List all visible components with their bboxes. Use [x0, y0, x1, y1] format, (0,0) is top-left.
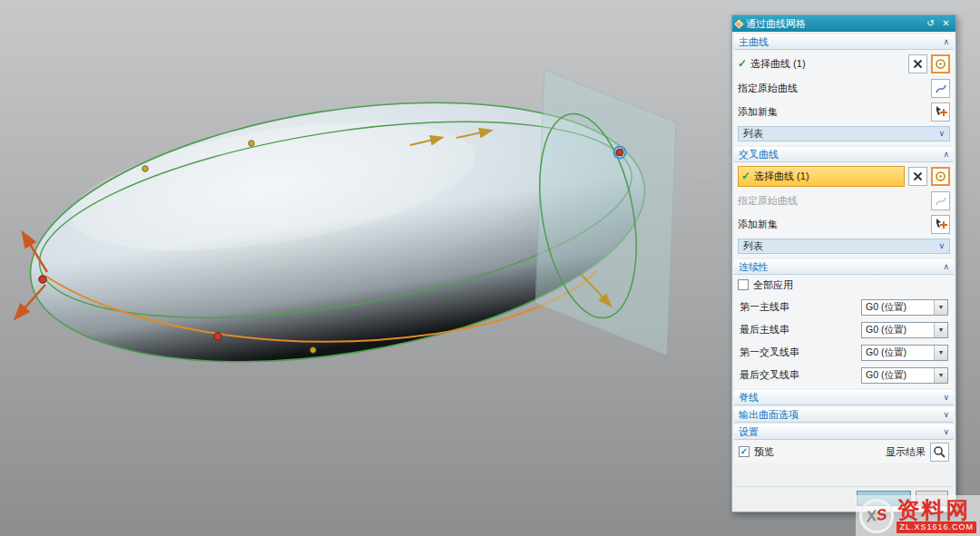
row-primary-select-curve: ✓ 选择曲线 (1) [738, 51, 950, 76]
cross-list-dropdown[interactable]: 列表 ∨ [738, 239, 950, 254]
reset-icon[interactable]: ↺ [925, 15, 936, 32]
origin-curve-button[interactable] [931, 79, 950, 98]
row-apply-all: 全部应用 [734, 275, 954, 295]
row-last-primary-string: 最后主线串 G0 (位置) ▼ [738, 318, 950, 341]
group-header-cross-curves[interactable]: 交叉曲线 ∧ [734, 147, 954, 162]
cross-select-curve-highlight[interactable]: ✓ 选择曲线 (1) [738, 166, 905, 187]
primary-origin-curve-label: 指定原始曲线 [738, 82, 927, 95]
magnifier-icon [933, 445, 946, 459]
row-cross-add-new-set: 添加新集 [738, 212, 950, 236]
dialog-titlebar[interactable]: 通过曲线网格 ↺ ✕ [732, 15, 956, 32]
watermark: XS 资料网 ZL.XS1616.COM [856, 495, 980, 536]
chevron-down-icon: ∨ [943, 411, 949, 419]
curve-endpoint[interactable] [214, 333, 221, 340]
origin-curve-button-disabled[interactable] [931, 191, 950, 210]
group-header-primary-curves[interactable]: 主曲线 ∧ [734, 34, 954, 50]
curve-point[interactable] [310, 347, 316, 353]
curve-select-button[interactable] [931, 54, 950, 73]
row-cross-origin-curve: 指定原始曲线 [738, 189, 950, 212]
selected-point[interactable] [616, 149, 623, 156]
primary-list-label: 列表 [743, 127, 938, 141]
apply-all-checkbox[interactable] [738, 279, 749, 290]
watermark-logo: XS [858, 496, 897, 535]
chevron-up-icon: ∧ [943, 38, 949, 46]
row-last-cross-string: 最后交叉线串 G0 (位置) ▼ [738, 364, 950, 386]
dropdown-arrow-icon: ▼ [934, 300, 947, 315]
chevron-up-icon: ∧ [943, 263, 949, 271]
spline-curve-icon [935, 83, 947, 94]
circle-curve-icon [935, 58, 946, 70]
deselect-x-icon [912, 58, 924, 70]
primary-select-curve-label: 选择曲线 (1) [750, 57, 905, 71]
row-first-cross-string: 第一交叉线串 G0 (位置) ▼ [738, 341, 950, 364]
watermark-site-name: 资料网 [897, 498, 976, 521]
dialog-title: 通过曲线网格 [746, 17, 921, 31]
preview-checkbox[interactable]: ✓ [739, 446, 750, 457]
dropdown-arrow-icon: ▼ [934, 368, 947, 383]
show-result-label: 显示结果 [886, 445, 926, 459]
curve-point[interactable] [249, 141, 254, 146]
chevron-down-icon: ∨ [938, 130, 945, 138]
application-window: 通过曲线网格 ↺ ✕ 主曲线 ∧ ✓ 选择曲线 (1) [0, 0, 980, 536]
last-cross-string-select[interactable]: G0 (位置) ▼ [861, 367, 948, 384]
plus-cursor-icon [935, 218, 947, 230]
group-body-primary-curves: ✓ 选择曲线 (1) [734, 50, 954, 145]
primary-list-dropdown[interactable]: 列表 ∨ [738, 126, 950, 141]
dropdown-arrow-icon: ▼ [934, 346, 947, 360]
dialog-icon [735, 19, 744, 28]
add-new-set-button[interactable] [931, 215, 950, 234]
deselect-button[interactable] [908, 54, 927, 73]
cross-select-curve-label: 选择曲线 (1) [754, 170, 901, 183]
cross-add-new-set-label: 添加新集 [738, 218, 927, 231]
group-body-cross-curves: ✓ 选择曲线 (1) [734, 162, 954, 258]
curve-point[interactable] [142, 166, 148, 171]
chevron-down-icon: ∨ [938, 242, 945, 250]
plus-cursor-icon [935, 105, 947, 118]
dropdown-arrow-icon: ▼ [934, 323, 947, 337]
spline-curve-icon [935, 195, 947, 207]
group-header-continuity[interactable]: 连续性 ∧ [734, 259, 954, 275]
check-icon: ✓ [738, 57, 747, 70]
dialog-body: 主曲线 ∧ ✓ 选择曲线 (1) [732, 32, 956, 512]
apply-all-label: 全部应用 [753, 278, 793, 292]
group-header-settings[interactable]: 设置 ∨ [734, 424, 954, 440]
first-primary-string-select[interactable]: G0 (位置) ▼ [861, 299, 948, 316]
row-cross-select-curve: ✓ 选择曲线 (1) [738, 163, 950, 189]
curve-select-button[interactable] [931, 167, 950, 186]
group-body-continuity: 第一主线串 G0 (位置) ▼ 最后主线串 G0 (位置) ▼ 第一交叉线串 [734, 295, 954, 388]
check-icon: ✓ [741, 170, 750, 182]
deselect-x-icon [912, 171, 924, 182]
primary-add-new-set-label: 添加新集 [738, 105, 927, 119]
show-result-button[interactable] [930, 443, 949, 462]
last-primary-string-select[interactable]: G0 (位置) ▼ [861, 322, 948, 338]
chevron-down-icon: ∨ [943, 394, 949, 402]
row-primary-add-new-set: 添加新集 [738, 100, 950, 123]
circle-curve-icon [935, 171, 946, 182]
group-header-output-surface-options[interactable]: 输出曲面选项 ∨ [734, 407, 954, 423]
dialog-through-curve-mesh: 通过曲线网格 ↺ ✕ 主曲线 ∧ ✓ 选择曲线 (1) [731, 15, 956, 512]
add-new-set-button[interactable] [931, 102, 950, 122]
row-preview: ✓ 预览 显示结果 [734, 440, 954, 463]
first-cross-string-select[interactable]: G0 (位置) ▼ [861, 345, 948, 361]
close-icon[interactable]: ✕ [940, 15, 952, 32]
row-primary-origin-curve: 指定原始曲线 [738, 76, 950, 100]
curve-endpoint[interactable] [39, 276, 46, 283]
row-first-primary-string: 第一主线串 G0 (位置) ▼ [738, 296, 950, 318]
cross-origin-curve-label: 指定原始曲线 [738, 194, 927, 208]
chevron-down-icon: ∨ [943, 428, 949, 436]
cross-list-label: 列表 [743, 239, 938, 253]
preview-label: 预览 [754, 445, 774, 459]
chevron-up-icon: ∧ [943, 151, 949, 159]
deselect-button[interactable] [908, 167, 927, 186]
group-header-spine[interactable]: 脊线 ∨ [734, 390, 954, 405]
watermark-site-url: ZL.XS1616.COM [897, 521, 976, 533]
